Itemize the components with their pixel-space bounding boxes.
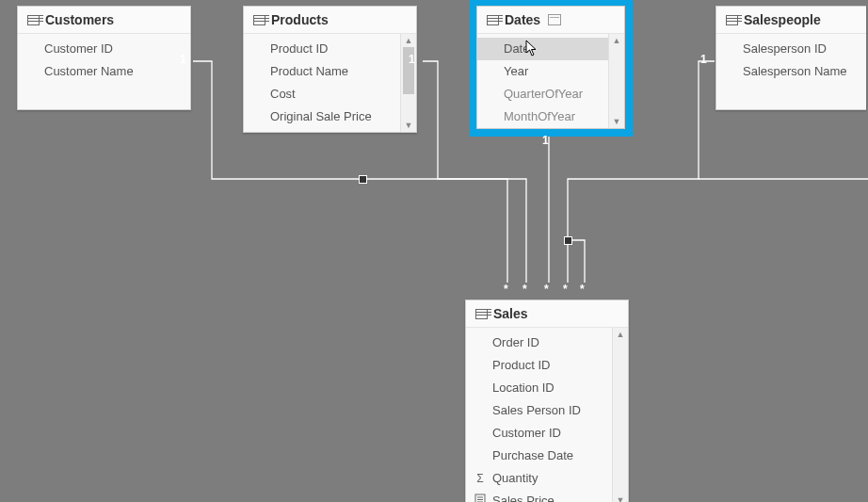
cardinality-label-one: 1: [409, 53, 415, 66]
table-icon: [253, 15, 265, 25]
table-icon: [27, 15, 40, 25]
scroll-up-icon[interactable]: ▲: [609, 34, 624, 47]
scroll-down-icon[interactable]: ▼: [401, 119, 416, 132]
field-salesperson-id[interactable]: Salesperson ID: [716, 38, 866, 60]
scrollbar[interactable]: ▲ ▼: [400, 34, 416, 132]
scrollbar[interactable]: ▲ ▼: [608, 34, 624, 128]
field-label: Sales Price: [492, 492, 555, 502]
cardinality-label-one: 1: [542, 134, 549, 147]
field-year[interactable]: Year: [477, 60, 608, 83]
field-label: Product Name: [270, 62, 348, 81]
field-salesperson-name[interactable]: Salesperson Name: [716, 60, 866, 83]
table-icon: [726, 15, 738, 25]
field-label: Product ID: [492, 356, 550, 375]
table-sales[interactable]: Sales Order ID Product ID Location ID Sa…: [465, 300, 629, 502]
relationship-node[interactable]: [564, 236, 572, 245]
field-purchase-date[interactable]: Purchase Date: [466, 445, 612, 467]
table-customers[interactable]: Customers Customer ID Customer Name: [17, 6, 191, 110]
field-label: QuarterOfYear: [504, 85, 583, 104]
cardinality-label-many: *: [504, 283, 508, 296]
cardinality-label-many: *: [522, 283, 527, 296]
field-quantity[interactable]: Σ Quantity: [466, 467, 612, 490]
sigma-icon: Σ: [474, 469, 487, 488]
field-label: Year: [504, 62, 528, 81]
field-label: Location ID: [492, 379, 555, 397]
field-label: Sales Person ID: [492, 401, 581, 420]
field-discount-code[interactable]: Discount Code: [244, 125, 400, 132]
table-title: Sales: [493, 306, 528, 321]
relationship-node[interactable]: [359, 175, 367, 184]
table-title: Salespeople: [744, 12, 821, 27]
field-label: Salesperson Name: [743, 62, 847, 81]
field-order-id[interactable]: Order ID: [466, 332, 612, 354]
field-label: Customer Name: [44, 62, 134, 81]
cardinality-label-many: *: [544, 283, 549, 296]
scroll-down-icon[interactable]: ▼: [609, 115, 624, 128]
field-label: Purchase Date: [492, 446, 573, 465]
measure-icon: [474, 492, 487, 502]
field-label: Discount Code: [270, 127, 350, 132]
field-month[interactable]: MonthOfYear: [477, 105, 608, 128]
field-label: Product ID: [270, 40, 328, 58]
cardinality-label-many: *: [563, 283, 568, 296]
table-header[interactable]: Sales: [466, 300, 628, 328]
field-quarter[interactable]: QuarterOfYear: [477, 83, 608, 105]
scroll-down-icon[interactable]: ▼: [613, 494, 628, 502]
table-dates[interactable]: Dates Date Year QuarterOfYear MonthOfYea…: [476, 6, 625, 129]
table-icon: [487, 15, 499, 25]
field-label: Customer ID: [44, 40, 113, 58]
table-header[interactable]: Dates: [477, 7, 624, 34]
field-salesperson-id[interactable]: Sales Person ID: [466, 399, 612, 422]
table-products[interactable]: Products Product ID Product Name Cost Or…: [243, 6, 417, 133]
field-location-id[interactable]: Location ID: [466, 377, 612, 399]
cardinality-label-many: *: [580, 283, 585, 296]
field-sales-price[interactable]: Sales Price: [466, 490, 612, 502]
field-date[interactable]: Date: [477, 38, 608, 60]
field-cost[interactable]: Cost: [244, 83, 400, 105]
scroll-up-icon[interactable]: ▲: [401, 34, 416, 47]
field-customer-id[interactable]: Customer ID: [466, 422, 612, 445]
table-header[interactable]: Salespeople: [716, 7, 866, 34]
field-label: Salesperson ID: [743, 40, 827, 58]
field-label: Quantity: [492, 469, 538, 488]
table-header[interactable]: Products: [244, 7, 416, 34]
date-table-icon: [548, 14, 561, 25]
field-product-name[interactable]: Product Name: [244, 60, 400, 83]
table-salespeople[interactable]: Salespeople Salesperson ID Salesperson N…: [715, 6, 866, 110]
field-customer-id[interactable]: Customer ID: [18, 38, 190, 60]
field-label: Order ID: [492, 333, 539, 352]
field-product-id[interactable]: Product ID: [466, 354, 612, 377]
field-label: Customer ID: [492, 424, 561, 443]
field-label: Original Sale Price: [270, 107, 372, 126]
table-header[interactable]: Customers: [18, 7, 190, 34]
field-customer-name[interactable]: Customer Name: [18, 60, 190, 83]
field-label: Date: [504, 40, 529, 58]
field-product-id[interactable]: Product ID: [244, 38, 400, 60]
field-label: Cost: [270, 85, 296, 104]
field-label: MonthOfYear: [504, 107, 575, 126]
table-title: Products: [271, 12, 329, 27]
scroll-up-icon[interactable]: ▲: [613, 328, 628, 341]
svg-rect-0: [475, 494, 485, 502]
table-title: Dates: [505, 12, 540, 27]
scrollbar[interactable]: ▲ ▼: [612, 328, 628, 502]
cardinality-label-one: 1: [180, 53, 186, 66]
table-icon: [475, 309, 488, 319]
table-title: Customers: [45, 12, 114, 27]
cardinality-label-one: 1: [700, 53, 707, 66]
